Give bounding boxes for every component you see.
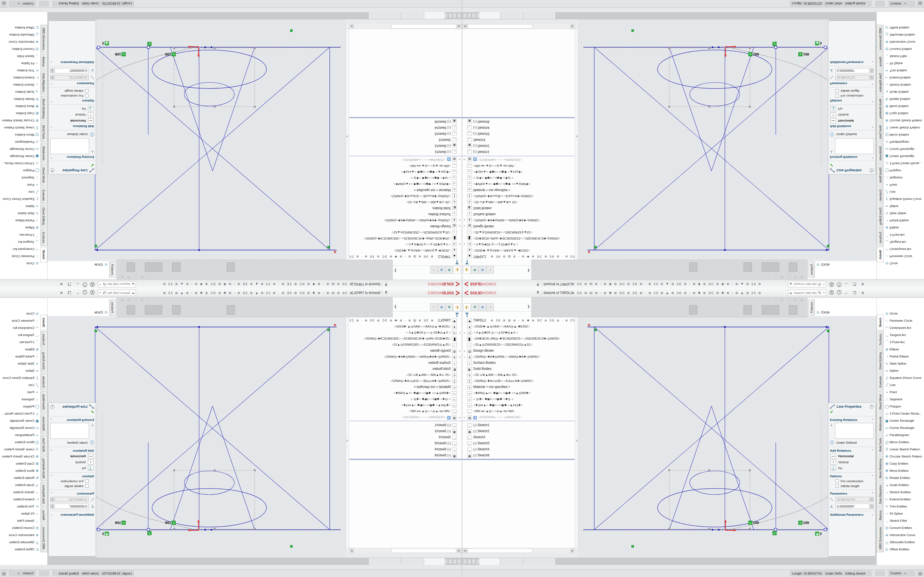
toolbar-icon[interactable]	[562, 263, 570, 272]
add-relations-header[interactable]: Add Relations⌃	[48, 448, 96, 453]
tree-row-surface-bodies[interactable]: ◗Surface Bodies	[346, 211, 462, 218]
tree-row-sketch[interactable]: ∟(-) Sketch1	[462, 422, 578, 428]
flyout-circle-item[interactable]: ⊙ Circle	[94, 310, 108, 314]
toolbar-icon[interactable]	[680, 263, 688, 272]
tree-row-plane[interactable]: ▱○✚ʒɘe▲○ ✱◉ǀ○◦○ǀ◉✱ ○▲eɘʒ✚○	[346, 169, 462, 175]
sketch-tool-item[interactable]: ▭Corner Rectangle	[0, 424, 40, 431]
tree-row-sketch-grid[interactable]: ▦(-) Sketch6	[462, 452, 578, 458]
option-row[interactable]: Infinite length	[828, 484, 876, 488]
sketch-tool-item[interactable]: ◔Partial Ellipse	[884, 217, 924, 224]
search-box[interactable]: ⬙ ▼	[98, 281, 136, 287]
minimize-button[interactable]: –	[75, 281, 81, 287]
tree-row-sketch[interactable]: ∟(-) Sketch4	[462, 446, 578, 452]
checkbox[interactable]	[835, 94, 839, 98]
toolbar-icon[interactable]	[326, 263, 335, 272]
sketch-tool-item[interactable]: ⌣Fit Spline	[0, 60, 40, 67]
toolbar-icon[interactable]	[535, 263, 543, 272]
toolbar-icon[interactable]	[580, 305, 588, 314]
tree-row-markups[interactable]: ✎○25·∪Ж▲АМ○◦○МА▲Ж∪·52○	[462, 199, 578, 205]
document-tab[interactable]	[500, 12, 523, 19]
command-tab[interactable]: Sheet Metal	[877, 391, 884, 413]
add-relation-button[interactable]: —Horizontal	[828, 118, 876, 124]
scrollbar-thumb[interactable]	[576, 135, 578, 137]
command-tab[interactable]: Weldments	[877, 143, 884, 163]
minimize-button[interactable]: –	[843, 281, 849, 287]
toolbar-icon[interactable]	[236, 263, 244, 272]
sketch-tool-item[interactable]: ✜Move Entities	[884, 467, 924, 474]
toolbar-icon[interactable]	[689, 263, 698, 272]
relation-badge[interactable]: ╱	[772, 42, 777, 46]
scroll-right-button[interactable]: ▶	[570, 548, 575, 553]
expander-icon[interactable]: ▸	[457, 330, 460, 336]
sketch-tool-item[interactable]: ↘Scale Entities	[884, 481, 924, 488]
dimxpert-tab[interactable]: ◔	[430, 266, 438, 274]
toolbar-icon[interactable]	[607, 305, 616, 314]
search-box[interactable]: ⬙ ▼	[788, 290, 826, 296]
sketch-tool-item[interactable]: ◞Sketch Fillet	[884, 517, 924, 524]
sketch-tool-item[interactable]: ⊡Convert Entities	[0, 524, 40, 531]
sketch-tool-item[interactable]: ▪Point	[884, 181, 924, 189]
sketch-tool-item[interactable]: ◞Sketch Fillet	[884, 53, 924, 60]
checkbox[interactable]	[835, 89, 839, 93]
parameters-header[interactable]: Parameters⌃	[828, 491, 876, 496]
pin-icon[interactable]	[536, 282, 540, 286]
tab-nav-button[interactable]	[448, 13, 452, 18]
command-tab[interactable]: Mesh Modeling	[877, 96, 884, 121]
sketch-tool-item[interactable]: ◇3 Point Center Recta...	[884, 410, 924, 417]
sketch-tool-item[interactable]: ◡Tangent Arc	[884, 331, 924, 338]
toolbar-icon[interactable]	[780, 305, 788, 314]
sketch-tool-item[interactable]: ≋Intersection Curve	[884, 531, 924, 538]
parameter-input[interactable]: 10.88152731	[55, 75, 89, 80]
command-tab[interactable]: Weldments	[40, 143, 47, 163]
command-tab[interactable]: Direct Editing	[40, 349, 47, 372]
toolbar-icon[interactable]	[299, 305, 307, 314]
sketch-tool-item[interactable]: ◇3 Point Center Recta...	[884, 160, 924, 167]
add-relations-header[interactable]: Add Relations⌃	[828, 124, 876, 129]
tab-nav-button[interactable]	[448, 559, 452, 564]
sketch-tool-item[interactable]: ▪Point	[0, 181, 40, 189]
command-tab[interactable]: Surfaces	[877, 331, 884, 348]
toolbar-icon[interactable]	[644, 263, 652, 272]
document-window-controls[interactable]: ▫ ❐ ─ ❐ ✕	[120, 275, 149, 279]
expander-icon[interactable]: ▸	[457, 354, 460, 360]
relation-badge[interactable]: =109	[748, 52, 759, 56]
sketch-tool-item[interactable]: ◔Partial Ellipse	[0, 353, 40, 360]
relation-badge[interactable]: =109	[748, 521, 759, 525]
sketch-tool-item[interactable]: ⊜Ellipse	[884, 224, 924, 231]
sketch-tool-item[interactable]: ⌒3 Point Arc	[0, 338, 40, 346]
filter-icon[interactable]	[455, 313, 459, 315]
scroll-left-button[interactable]: ◀	[462, 24, 467, 29]
tree-row-annotations[interactable]: ▸A○25ИN◎◦✚А✚◎ИNΑ○◦○ΑNИ◎✚А✚◦◎NИ52○	[346, 354, 462, 359]
sketch-tool-item[interactable]: ⊡Convert Entities	[884, 46, 924, 53]
toolbar-icon[interactable]	[254, 305, 262, 314]
command-tab[interactable]: Data Migration	[40, 482, 47, 507]
sketch-tool-item[interactable]: ◡Tangent Arc	[884, 239, 924, 246]
toolbar-icon[interactable]	[762, 305, 770, 314]
sketch-tool-item[interactable]: ∴Segment	[0, 396, 40, 403]
tab-nav-button[interactable]	[467, 559, 471, 564]
add-relation-button[interactable]: ⚓Fix	[48, 106, 96, 112]
spinner[interactable]: ▲▼	[870, 75, 874, 80]
scrollbar-track[interactable]	[392, 24, 456, 29]
tree-row-surface-bodies[interactable]: ◗Surface Bodies	[462, 359, 578, 366]
toolbar-icon[interactable]	[735, 263, 743, 272]
command-tab[interactable]: Direct Editing	[877, 205, 884, 228]
tree-row-material[interactable]: ≡Material < not specified >	[346, 384, 462, 390]
toolbar-icon[interactable]	[707, 305, 716, 314]
account-icon[interactable]	[89, 290, 95, 296]
tree-row-star[interactable]: ★○253Е✚◦▲◎ΛΑΦ○◦○ΦΑΛ◎▲◦✚Е352○	[346, 248, 462, 254]
tree-row-equations[interactable]: Σ○25ИN◎◦✚А∪ɯ3Е○◦○Е3ɯ∪А✚◦◎NИ52○	[462, 193, 578, 199]
toolbar-icon[interactable]	[254, 263, 262, 272]
toolbar-icon[interactable]	[208, 263, 217, 272]
minimize-button[interactable]: –	[843, 290, 849, 296]
command-tab[interactable]: Markup	[40, 508, 47, 523]
ok-button[interactable]: ✔	[828, 162, 876, 168]
toolbar-icon[interactable]	[671, 305, 679, 314]
sketch-tool-item[interactable]: ⠿Linear Sketch Pattern	[0, 446, 40, 453]
sketch-tool-item[interactable]: ✂Trim Entities	[0, 503, 40, 510]
account-icon[interactable]	[89, 281, 95, 287]
toolbar-icon[interactable]	[744, 263, 752, 272]
sketch-tool-item[interactable]: ✲Circular Sketch Pattern	[884, 453, 924, 460]
filter-icon[interactable]	[455, 262, 459, 264]
dimxpert-tab[interactable]: ◔	[486, 266, 494, 274]
